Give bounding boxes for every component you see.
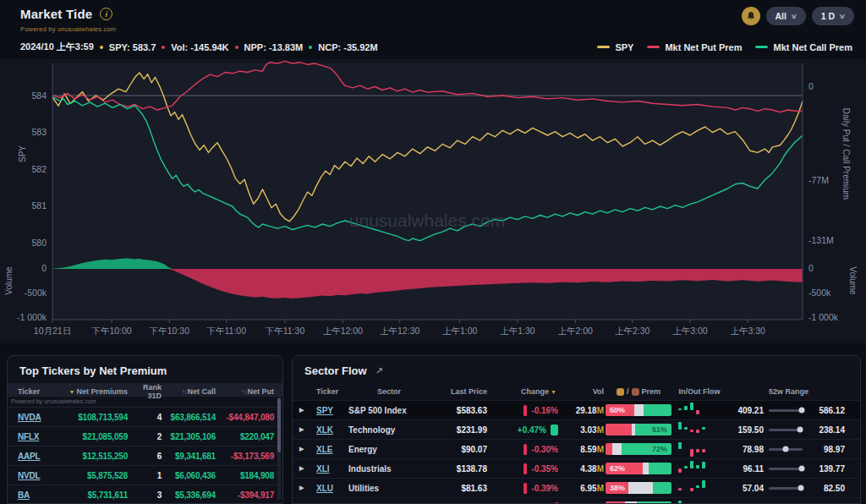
table-row-xli[interactable]: ▶XLIIndustrials$138.78-0.35%4.38M62%96.1… bbox=[293, 458, 860, 478]
ticker-link-xlk[interactable]: XLK bbox=[316, 425, 333, 435]
bear-bull-prem-bar: 51% bbox=[606, 424, 671, 436]
net-call-value: $6,060,436 bbox=[162, 471, 216, 480]
column-header-last-price[interactable]: Last Price bbox=[430, 387, 487, 396]
y-tick-premium: -131M bbox=[808, 235, 834, 245]
net-call-value: $5,336,694 bbox=[162, 490, 216, 500]
prem-cell: 72% bbox=[604, 443, 673, 455]
bear-icon bbox=[617, 388, 624, 396]
column-header-vol[interactable]: Vol bbox=[558, 387, 604, 396]
table-row-ba[interactable]: BA$5,731,6113$5,336,694-$394,917 bbox=[8, 485, 282, 504]
ticker-link-ba[interactable]: BA bbox=[18, 490, 30, 500]
column-header-net-put[interactable]: ↑↓Net Put bbox=[216, 387, 274, 396]
column-header-prem[interactable]: / Prem bbox=[604, 387, 673, 396]
filter-all-dropdown[interactable]: All ∨ bbox=[766, 7, 806, 25]
y-tick-volume: -1 000k bbox=[17, 312, 47, 322]
table-row-xle[interactable]: ▶XLEEnergy$90.07-0.30%8.59M72%78.9898.97 bbox=[293, 439, 860, 458]
alerts-bell-button[interactable] bbox=[742, 7, 760, 25]
last-price-value: $138.78 bbox=[430, 464, 487, 474]
ticker-link-nflx[interactable]: NFLX bbox=[18, 432, 39, 441]
ticker-link-xle[interactable]: XLE bbox=[316, 445, 332, 454]
column-label: Rank 31D bbox=[143, 383, 162, 400]
in-out-flow-chart bbox=[675, 460, 726, 477]
change-cell: -0.39% bbox=[487, 483, 558, 494]
separator-dot bbox=[309, 46, 312, 49]
powered-by-link[interactable]: Powered by unusualwhales.com bbox=[20, 25, 116, 33]
column-header-ticker[interactable]: Ticker bbox=[316, 387, 348, 396]
outflow-bar bbox=[690, 430, 693, 432]
volume-value: 3.03M bbox=[558, 425, 604, 435]
column-header-change[interactable]: Change ▼ bbox=[487, 387, 558, 396]
market-tide-chart-svg[interactable]: 58458358258158000-500k-500k-1 000k-1 000… bbox=[0, 59, 866, 343]
legend-item-mkt-net-put-prem[interactable]: Mkt Net Put Prem bbox=[647, 42, 742, 52]
timeframe-dropdown[interactable]: 1 D ∨ bbox=[812, 7, 854, 25]
status-item: NCP: -35.92M bbox=[318, 42, 377, 52]
legend-item-mkt-net-call-prem[interactable]: Mkt Net Call Prem bbox=[755, 42, 852, 52]
column-header-rank-31d[interactable]: Rank 31D bbox=[128, 383, 162, 400]
ticker-link-xli[interactable]: XLI bbox=[316, 464, 330, 474]
last-price-value: $583.63 bbox=[430, 406, 487, 415]
scrollbar-thumb[interactable] bbox=[277, 398, 281, 452]
net-premiums-value: $5,731,611 bbox=[50, 490, 128, 500]
column-label: Prem bbox=[642, 387, 661, 396]
table-row-spy[interactable]: ▶SPYS&P 500 Index$583.63-0.16%29.18M50%4… bbox=[293, 400, 860, 419]
expand-row-icon[interactable]: ▶ bbox=[299, 446, 316, 452]
table-row-xlu[interactable]: ▶XLUUtilities$81.63-0.39%6.95M38%57.0482… bbox=[293, 478, 860, 497]
net-put-value: $220,047 bbox=[216, 432, 274, 441]
info-icon[interactable]: i bbox=[100, 8, 112, 20]
table-row-xlk[interactable]: ▶XLKTechnology$231.99+0.47%3.03M51%159.5… bbox=[293, 419, 860, 439]
legend-label: SPY bbox=[615, 42, 633, 52]
ticker-link-nvdl[interactable]: NVDL bbox=[18, 471, 40, 480]
ticker-link-spy[interactable]: SPY bbox=[316, 406, 333, 415]
header-controls: All ∨ 1 D ∨ bbox=[742, 7, 854, 25]
table-row-partial[interactable] bbox=[293, 497, 860, 504]
stats-legend-bar: 2024/10 上午3:59SPY: 583.7Vol: -145.94KNPP… bbox=[20, 41, 852, 53]
inflow-bar bbox=[702, 427, 705, 430]
external-link-icon[interactable]: ↗ bbox=[375, 365, 383, 376]
volume-unit: M bbox=[597, 425, 604, 435]
sector-name: S&P 500 Index bbox=[348, 406, 430, 415]
table-row-nflx[interactable]: NFLX$21,085,0592$21,305,106$220,047 bbox=[8, 426, 282, 446]
outflow-bar bbox=[696, 410, 699, 414]
x-tick-label: 下午11:30 bbox=[265, 326, 305, 336]
sector-flow-rows: ▶SPYS&P 500 Index$583.63-0.16%29.18M50%4… bbox=[293, 400, 860, 504]
column-label: Net Put bbox=[248, 387, 275, 396]
range-52w-cell: 57.0482.50 bbox=[726, 484, 852, 493]
range-low-value: 57.04 bbox=[726, 484, 764, 493]
scrollbar[interactable] bbox=[277, 397, 281, 500]
column-header-in-out-flow[interactable]: In/Out Flow bbox=[673, 387, 726, 396]
column-header-sector[interactable]: Sector bbox=[348, 387, 430, 396]
column-header-ticker[interactable]: Ticker bbox=[18, 387, 50, 396]
change-down-bar bbox=[523, 463, 527, 474]
top-tickers-title: Top Tickers by Net Premium bbox=[8, 356, 282, 383]
last-price-value: $231.99 bbox=[430, 425, 487, 435]
ticker-link-aapl[interactable]: AAPL bbox=[18, 452, 40, 461]
range-high-value: 139.77 bbox=[808, 464, 847, 474]
prem-cell: 50% bbox=[604, 404, 673, 416]
legend-item-spy[interactable]: SPY bbox=[597, 42, 633, 52]
inflow-bar bbox=[702, 480, 705, 488]
column-header-52w-range[interactable]: 52w Range bbox=[726, 387, 852, 396]
range-dot bbox=[798, 485, 804, 491]
table-row-aapl[interactable]: AAPL$12,515,2506$9,341,681-$3,173,569 bbox=[8, 446, 282, 465]
column-label: In/Out Flow bbox=[679, 387, 721, 396]
outflow-bar bbox=[678, 488, 682, 490]
sector-flow-header-row: TickerSectorLast PriceChange ▼Vol/ PremI… bbox=[293, 383, 860, 400]
column-header-net-call[interactable]: ↑↓Net Call bbox=[162, 387, 216, 396]
table-row-nvda[interactable]: NVDA$108,713,5944$63,866,514-$44,847,080 bbox=[8, 407, 282, 426]
expand-row-icon[interactable]: ▶ bbox=[299, 426, 316, 433]
volume-value: 4.38M bbox=[558, 464, 604, 474]
y-tick-spy: 582 bbox=[31, 164, 47, 174]
y-tick-volume: 0 bbox=[41, 263, 47, 273]
market-tide-chart[interactable]: 58458358258158000-500k-500k-1 000k-1 000… bbox=[0, 59, 866, 343]
ticker-link-xlu[interactable]: XLU bbox=[316, 484, 333, 493]
range-low-value: 409.21 bbox=[726, 406, 764, 415]
legend-label: Mkt Net Put Prem bbox=[665, 42, 742, 52]
table-row-nvdl[interactable]: NVDL$5,875,5281$6,060,436$184,908 bbox=[8, 465, 282, 485]
expand-row-icon[interactable]: ▶ bbox=[299, 465, 316, 472]
expand-row-icon[interactable]: ▶ bbox=[299, 485, 316, 491]
title-block: Market Tide i Powered by unusualwhales.c… bbox=[20, 7, 116, 33]
ticker-link-nvda[interactable]: NVDA bbox=[18, 413, 41, 422]
change-value: -0.39% bbox=[531, 484, 558, 493]
column-header-net-premiums[interactable]: ▼Net Premiums bbox=[50, 387, 128, 396]
expand-row-icon[interactable]: ▶ bbox=[299, 407, 316, 414]
